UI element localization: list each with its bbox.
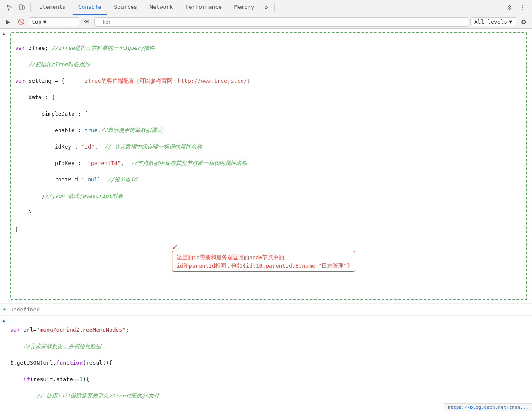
- tab-memory[interactable]: Memory: [228, 0, 260, 15]
- undefined-value: undefined: [10, 306, 40, 313]
- url-bar: https://blog.csdn.net/zhan...: [444, 403, 532, 411]
- execute-btn[interactable]: ▶: [3, 17, 13, 27]
- code-block-green-1: var zTree; //zTree是第三方扩展的一个Jquery插件 //初始…: [10, 32, 527, 300]
- console-entry-2: ▶ var url="menu/doFindZtreeMenuNodes"; /…: [0, 316, 532, 411]
- entry-expand-1[interactable]: ▶: [0, 30, 8, 303]
- eye-btn[interactable]: 👁: [82, 17, 92, 27]
- tab-network[interactable]: Network: [144, 0, 179, 15]
- expand-triangle-icon: ▶: [3, 31, 5, 37]
- entry-body-2: var url="menu/doFindZtreeMenuNodes"; //异…: [8, 316, 532, 411]
- device-toggle-btn[interactable]: [16, 2, 28, 14]
- entry-gutter-2: ◀: [0, 305, 8, 315]
- context-label: top: [32, 19, 41, 25]
- console-content: ▶ var zTree; //zTree是第三方扩展的一个Jquery插件 //…: [0, 29, 532, 411]
- svg-rect-1: [23, 6, 24, 9]
- right-arrow-icon: ▶: [3, 318, 6, 325]
- entry-body-1: var zTree; //zTree是第三方扩展的一个Jquery插件 //初始…: [8, 30, 532, 303]
- tab-console[interactable]: Console: [73, 0, 107, 15]
- levels-label: All levels: [474, 19, 507, 25]
- console-entry-undefined: ◀ undefined: [0, 304, 532, 316]
- filter-input[interactable]: [94, 17, 468, 27]
- tab-performance[interactable]: Performance: [180, 0, 228, 15]
- console-entry-1: ▶ var zTree; //zTree是第三方扩展的一个Jquery插件 //…: [0, 29, 532, 304]
- svg-rect-0: [19, 5, 22, 9]
- balloon-annotation-1: 这里的id需要和服务端返回的node节点中的id和parentId相同，例如{i…: [172, 251, 355, 272]
- cursor-icon-btn[interactable]: [3, 2, 15, 14]
- toolbar-divider-1: [30, 3, 31, 12]
- devtools-toolbar: Elements Console Sources Network Perform…: [0, 0, 532, 15]
- tab-sources[interactable]: Sources: [108, 0, 143, 15]
- entry-gutter-3[interactable]: ▶: [0, 316, 8, 325]
- block-btn[interactable]: 🚫: [16, 17, 26, 27]
- levels-arrow-icon: ▼: [509, 19, 512, 25]
- left-arrow-icon: ◀: [3, 306, 6, 313]
- menu-icon-btn[interactable]: ⋮: [517, 2, 529, 14]
- levels-selector[interactable]: All levels ▼: [470, 17, 516, 26]
- console-toolbar: ▶ 🚫 top ▼ 👁 All levels ▼ ⚙: [0, 15, 532, 29]
- context-selector[interactable]: top ▼: [29, 17, 79, 26]
- console-settings-btn[interactable]: ⚙: [519, 17, 529, 27]
- toolbar-divider-2: [274, 3, 275, 12]
- entry-body-undefined: undefined: [8, 305, 532, 315]
- context-arrow-icon: ▼: [43, 19, 46, 25]
- more-tabs-btn[interactable]: »: [261, 0, 272, 15]
- tab-elements[interactable]: Elements: [33, 0, 72, 15]
- settings-icon-btn[interactable]: ⚙: [503, 2, 515, 14]
- toolbar-right: ⚙ ⋮: [503, 2, 529, 14]
